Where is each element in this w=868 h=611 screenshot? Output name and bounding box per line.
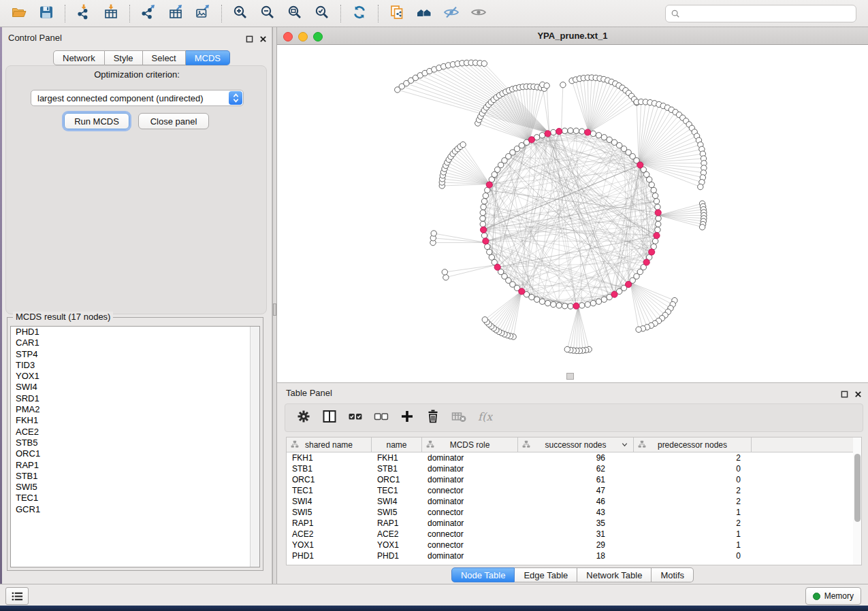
mcds-result-item[interactable]: ORC1 (11, 448, 259, 459)
search-input[interactable] (665, 5, 856, 22)
mcds-result-item[interactable]: STB1 (11, 471, 259, 482)
mcds-result-item[interactable]: GCR1 (11, 504, 259, 515)
close-panel-button[interactable]: Close panel (138, 113, 209, 129)
mcds-result-item[interactable]: RAP1 (11, 460, 259, 471)
home-button[interactable] (411, 3, 438, 24)
mcds-node[interactable] (556, 129, 562, 135)
mcds-result-item[interactable]: SWI5 (11, 482, 259, 493)
table-row[interactable]: PHD1PHD1dominator180 (287, 550, 861, 561)
table-row[interactable]: RAP1RAP1dominator352 (287, 518, 861, 529)
tab-network-table[interactable]: Network Table (577, 567, 652, 582)
table-row[interactable]: SWI4SWI4dominator462 (287, 496, 861, 507)
export-network-button[interactable] (135, 3, 162, 24)
zoom-in-button[interactable] (227, 3, 254, 24)
open-file-button[interactable] (5, 3, 33, 24)
table-scrollbar[interactable] (853, 437, 862, 565)
mcds-node[interactable] (483, 238, 489, 244)
mcds-node[interactable] (528, 137, 534, 143)
mcds-result-item[interactable]: TEC1 (11, 493, 259, 503)
export-table-button[interactable] (162, 3, 189, 24)
float-icon[interactable] (246, 33, 253, 46)
column-header-mcds-role[interactable]: MCDS role (422, 437, 518, 452)
mcds-node[interactable] (654, 233, 660, 239)
mcds-node[interactable] (643, 259, 649, 265)
mcds-node[interactable] (649, 249, 655, 255)
mcds-node[interactable] (545, 131, 551, 137)
table-row[interactable]: SWI5SWI5connector431 (287, 507, 861, 518)
mcds-result-item[interactable]: PHD1 (11, 327, 259, 337)
mcds-result-item[interactable]: TID3 (11, 360, 259, 371)
tab-node-table[interactable]: Node Table (451, 567, 515, 582)
zoom-fit-button[interactable] (281, 3, 308, 24)
mcds-node[interactable] (611, 291, 617, 297)
import-table-button[interactable] (97, 3, 125, 24)
tab-select[interactable]: Select (143, 50, 186, 65)
mcds-node[interactable] (655, 210, 661, 216)
window-minimize-button[interactable] (298, 32, 308, 42)
mcds-node[interactable] (585, 129, 591, 135)
mcds-result-item[interactable]: PMA2 (11, 404, 259, 415)
add-column-button[interactable] (394, 407, 420, 429)
column-header-successor-nodes[interactable]: successor nodes (518, 437, 634, 452)
column-settings-button[interactable] (291, 407, 317, 429)
zoom-out-button[interactable] (254, 3, 281, 24)
show-all-button[interactable] (465, 3, 492, 24)
import-network-button[interactable] (70, 3, 97, 24)
mcds-node[interactable] (637, 162, 643, 168)
save-session-button[interactable] (33, 3, 60, 24)
toggle-panes-button[interactable] (317, 407, 342, 429)
table-row[interactable]: STB1STB1dominator620 (287, 463, 861, 474)
criterion-dropdown[interactable]: largest connected component (undirected) (31, 90, 244, 106)
mcds-result-item[interactable]: ACE2 (11, 427, 259, 437)
task-history-button[interactable] (5, 587, 29, 605)
tab-edge-table[interactable]: Edge Table (515, 567, 577, 582)
zoom-selected-button[interactable] (308, 3, 336, 24)
horizontal-splitter-grip[interactable] (566, 373, 574, 380)
export-image-button[interactable] (189, 3, 216, 24)
column-header-shared-name[interactable]: shared name (287, 437, 372, 452)
mcds-result-item[interactable]: YOX1 (11, 371, 259, 382)
delete-column-button[interactable] (420, 407, 446, 429)
function-builder-button[interactable]: f(x) (472, 407, 498, 429)
mcds-node[interactable] (573, 303, 579, 309)
splitter-grip[interactable] (273, 303, 276, 316)
window-zoom-button[interactable] (313, 32, 323, 42)
delete-table-button[interactable] (446, 407, 472, 429)
column-header-predecessor-nodes[interactable]: predecessor nodes (634, 437, 752, 452)
mcds-node[interactable] (486, 182, 492, 188)
table-row[interactable]: YOX1YOX1connector291 (287, 540, 861, 550)
hide-selected-button[interactable] (438, 3, 465, 24)
tab-network[interactable]: Network (53, 50, 105, 65)
deselect-all-button[interactable] (368, 407, 394, 429)
mcds-result-item[interactable]: CAR1 (11, 337, 259, 348)
memory-button[interactable]: Memory (805, 587, 861, 605)
mcds-node[interactable] (494, 264, 500, 270)
mcds-node[interactable] (519, 288, 525, 295)
tab-style[interactable]: Style (105, 50, 143, 65)
list-scrollbar[interactable] (250, 327, 259, 567)
table-row[interactable]: TEC1TEC1connector472 (287, 485, 861, 496)
chevron-down-icon[interactable] (621, 441, 628, 450)
tab-mcds[interactable]: MCDS (186, 50, 230, 65)
refresh-button[interactable] (346, 3, 373, 24)
mcds-node[interactable] (626, 281, 632, 287)
mcds-result-item[interactable]: SRD1 (11, 393, 259, 404)
table-row[interactable]: ORC1ORC1dominator610 (287, 474, 861, 485)
table-row[interactable]: FKH1FKH1dominator962 (287, 452, 861, 463)
mcds-result-item[interactable]: SWI4 (11, 382, 259, 393)
mcds-result-item[interactable]: STB5 (11, 437, 259, 448)
run-mcds-button[interactable]: Run MCDS (64, 113, 129, 129)
vertical-splitter[interactable] (272, 27, 277, 584)
float-icon[interactable] (841, 389, 848, 401)
table-row[interactable]: ACE2ACE2connector311 (287, 529, 861, 540)
mcds-result-item[interactable]: STP4 (11, 349, 259, 360)
column-header-name[interactable]: name (372, 437, 422, 452)
mcds-result-item[interactable]: FKH1 (11, 415, 259, 426)
tab-motifs[interactable]: Motifs (652, 567, 694, 582)
close-icon[interactable] (854, 389, 862, 401)
select-all-button[interactable] (342, 407, 368, 429)
close-icon[interactable] (259, 33, 267, 46)
network-canvas[interactable] (277, 45, 868, 382)
mcds-node[interactable] (481, 227, 487, 233)
window-close-button[interactable] (283, 32, 293, 42)
